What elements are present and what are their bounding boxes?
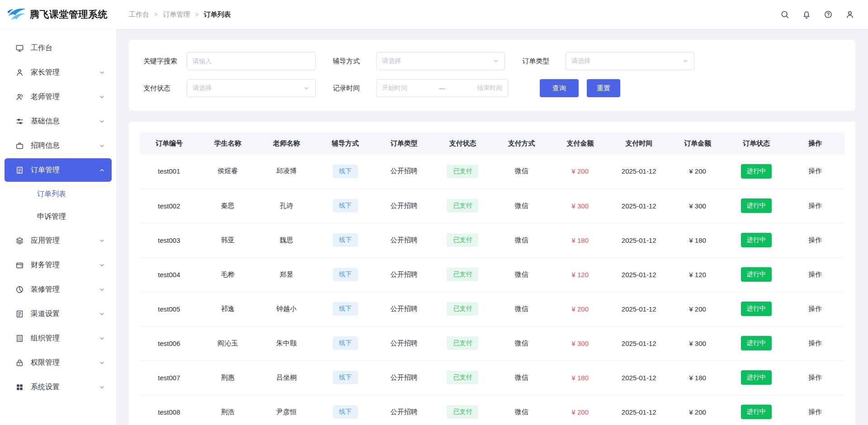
chevron-down-icon xyxy=(493,58,499,64)
filter-row-1: 关键字搜索 辅导方式 请选择 订单类型 请选择 xyxy=(143,52,841,70)
cell-pay_time: 2025-01-12 xyxy=(609,292,668,326)
table-row: test004毛桦郑昱线下公开招聘已支付微信¥ 1202025-01-12¥ 1… xyxy=(140,257,844,292)
pay-status-field-group: 支付状态 请选择 xyxy=(143,79,316,97)
tutor-mode-tag: 线下 xyxy=(333,233,358,247)
cell-teacher: 郑昱 xyxy=(257,257,316,292)
table-header-row: 订单编号学生名称老师名称辅导方式订单类型支付状态支付方式支付金额支付时间订单金额… xyxy=(140,132,844,154)
cell-student: 韩亚 xyxy=(198,223,257,257)
cell-teacher: 邱凌博 xyxy=(257,154,316,189)
search-icon[interactable] xyxy=(780,10,789,19)
sidebar-item-finance[interactable]: 财务管理 xyxy=(5,253,112,277)
cell-pay_status: 已支付 xyxy=(434,292,492,326)
tutor-mode-placeholder: 请选择 xyxy=(382,57,401,65)
cell-pay_method: 微信 xyxy=(492,189,551,223)
cell-order_type: 公开招聘 xyxy=(375,223,434,257)
sidebar-item-decorate[interactable]: 装修管理 xyxy=(5,278,112,301)
chevron-down-icon xyxy=(99,286,105,293)
breadcrumb-item: 订单列表 xyxy=(203,10,231,19)
cell-action[interactable]: 操作 xyxy=(786,189,844,223)
sidebar-subitem[interactable]: 申诉管理 xyxy=(0,205,116,228)
date-range-picker[interactable]: 开始时间 — 结束时间 xyxy=(376,79,508,97)
reset-button[interactable]: 重置 xyxy=(587,79,620,97)
chevron-down-icon xyxy=(99,237,105,244)
tutor-mode-tag: 线下 xyxy=(333,405,358,419)
row-action-link[interactable]: 操作 xyxy=(808,408,822,416)
cell-order_no: test004 xyxy=(140,257,198,292)
chevron-down-icon xyxy=(99,142,105,149)
cell-action[interactable]: 操作 xyxy=(786,292,844,326)
column-header-order_status: 订单状态 xyxy=(727,132,786,154)
sidebar-item-workbench[interactable]: 工作台 xyxy=(5,36,112,60)
row-action-link[interactable]: 操作 xyxy=(808,167,822,175)
table-row: test001侯煜睿邱凌博线下公开招聘已支付微信¥ 2002025-01-12¥… xyxy=(140,154,844,189)
sidebar-item-order[interactable]: 订单管理 xyxy=(5,158,112,182)
cell-pay_time: 2025-01-12 xyxy=(609,223,668,257)
user-icon[interactable] xyxy=(845,10,854,19)
finance-icon xyxy=(15,261,24,269)
cell-pay_status: 已支付 xyxy=(434,395,492,425)
column-header-order_amount: 订单金额 xyxy=(668,132,727,154)
cell-student: 阎沁玉 xyxy=(198,326,257,360)
cell-student: 祁逸 xyxy=(198,292,257,326)
logo-bird-icon xyxy=(6,6,27,23)
breadcrumb-item[interactable]: 工作台 xyxy=(129,10,149,19)
pay-status-select[interactable]: 请选择 xyxy=(187,79,316,97)
row-action-link[interactable]: 操作 xyxy=(808,305,822,312)
permission-icon xyxy=(15,359,24,367)
sidebar-item-app[interactable]: 应用管理 xyxy=(5,229,112,252)
row-action-link[interactable]: 操作 xyxy=(808,373,822,381)
pay-status-tag: 已支付 xyxy=(447,165,478,178)
order-icon xyxy=(15,166,24,175)
table-row: test002秦思孔诗线下公开招聘已支付微信¥ 3002025-01-12¥ 3… xyxy=(140,189,844,223)
bell-icon[interactable] xyxy=(802,10,811,19)
pay-status-tag: 已支付 xyxy=(447,336,478,350)
top-header: 腾飞课堂管理系统 工作台>订单管理>订单列表 xyxy=(0,0,868,29)
sidebar-item-permission[interactable]: 权限管理 xyxy=(5,351,112,374)
cell-order_amount: ¥ 300 xyxy=(668,326,727,360)
row-action-link[interactable]: 操作 xyxy=(808,236,822,244)
cell-pay_method: 微信 xyxy=(492,223,551,257)
cell-action[interactable]: 操作 xyxy=(786,257,844,292)
chevron-down-icon xyxy=(682,58,689,64)
row-action-link[interactable]: 操作 xyxy=(808,270,822,278)
breadcrumb-item[interactable]: 订单管理 xyxy=(163,10,190,19)
sidebar-item-label: 财务管理 xyxy=(31,260,60,270)
cell-mode: 线下 xyxy=(316,154,375,189)
app-title: 腾飞课堂管理系统 xyxy=(30,8,108,21)
help-icon[interactable] xyxy=(824,10,833,19)
cell-pay_amount: ¥ 200 xyxy=(551,292,609,326)
sidebar-item-channel[interactable]: 渠道设置 xyxy=(5,302,112,326)
table-row: test003韩亚魏思线下公开招聘已支付微信¥ 1802025-01-12¥ 1… xyxy=(140,223,844,257)
cell-order_status: 进行中 xyxy=(727,154,786,189)
cell-action[interactable]: 操作 xyxy=(786,395,844,425)
sidebar-item-base-info[interactable]: 基础信息 xyxy=(5,109,112,133)
tutor-mode-select[interactable]: 请选择 xyxy=(376,52,505,70)
row-action-link[interactable]: 操作 xyxy=(808,202,822,209)
pay-status-tag: 已支付 xyxy=(447,199,478,212)
search-button[interactable]: 查询 xyxy=(540,79,579,97)
cell-mode: 线下 xyxy=(316,257,375,292)
cell-pay_status: 已支付 xyxy=(434,257,492,292)
cell-order_no: test003 xyxy=(140,223,198,257)
order-type-label: 订单类型 xyxy=(522,57,566,66)
chevron-up-icon xyxy=(99,167,105,174)
row-action-link[interactable]: 操作 xyxy=(808,339,822,347)
sidebar-subitem[interactable]: 订单列表 xyxy=(0,183,116,205)
keyword-input[interactable] xyxy=(187,52,316,70)
order-type-select[interactable]: 请选择 xyxy=(566,52,694,70)
parent-icon xyxy=(15,68,24,77)
sidebar-item-label: 老师管理 xyxy=(31,92,60,102)
record-time-field-group: 记录时间 开始时间 — 结束时间 xyxy=(333,79,508,97)
cell-pay_amount: ¥ 200 xyxy=(551,395,609,425)
pay-amount-value: ¥ 200 xyxy=(572,305,589,313)
sidebar-item-parent[interactable]: 家长管理 xyxy=(5,61,112,84)
cell-action[interactable]: 操作 xyxy=(786,360,844,395)
sidebar-item-org[interactable]: 组织管理 xyxy=(5,326,112,350)
range-separator: — xyxy=(439,85,445,92)
cell-action[interactable]: 操作 xyxy=(786,154,844,189)
sidebar-item-system[interactable]: 系统设置 xyxy=(5,375,112,399)
cell-action[interactable]: 操作 xyxy=(786,326,844,360)
sidebar-item-teacher[interactable]: 老师管理 xyxy=(5,85,112,109)
cell-action[interactable]: 操作 xyxy=(786,223,844,257)
sidebar-item-recruit[interactable]: 招聘信息 xyxy=(5,134,112,157)
